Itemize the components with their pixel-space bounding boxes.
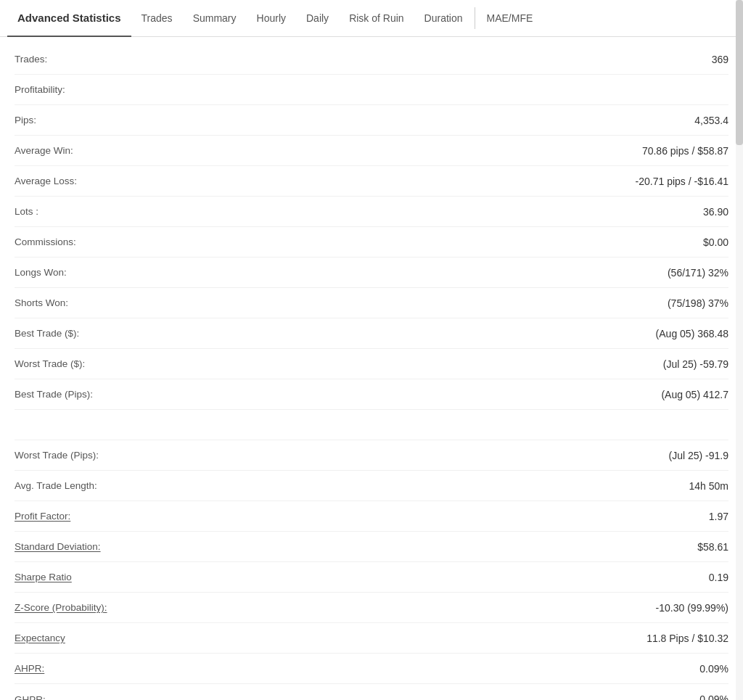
tab-duration[interactable]: Duration (414, 1, 473, 37)
stat-label-ghpr: GHPR: (15, 694, 46, 701)
stat-value-pips: 4,353.4 (694, 115, 728, 126)
stat-row-average-loss: Average Loss:-20.71 pips / -$16.41 (15, 166, 728, 197)
stat-label-z-score: Z-Score (Probability): (15, 602, 107, 613)
stat-label-best-trade-dollar: Best Trade ($): (15, 328, 79, 339)
stat-label-sharpe-ratio: Sharpe Ratio (15, 572, 72, 582)
stat-value-commissions: $0.00 (703, 236, 728, 248)
stat-value-standard-deviation: $58.61 (697, 541, 728, 553)
stat-label-pips: Pips: (15, 115, 36, 125)
stat-value-sharpe-ratio: 0.19 (709, 572, 728, 583)
stat-label-average-win: Average Win: (15, 145, 73, 156)
stat-row-worst-trade-dollar: Worst Trade ($):(Jul 25) -59.79 (15, 349, 728, 379)
tab-divider (475, 7, 475, 29)
stat-value-avg-trade-length: 14h 50m (689, 480, 728, 492)
stat-label-worst-trade-dollar: Worst Trade ($): (15, 358, 85, 369)
stat-row-ahpr: AHPR:0.09% (15, 654, 728, 684)
stat-label-profit-factor: Profit Factor: (15, 511, 70, 522)
tab-advanced-statistics[interactable]: Advanced Statistics (7, 0, 131, 37)
stat-label-average-loss: Average Loss: (15, 176, 77, 186)
stat-row-shorts-won: Shorts Won:(75/198) 37% (15, 288, 728, 318)
stat-row-standard-deviation: Standard Deviation:$58.61 (15, 532, 728, 562)
content-area: Trades:369Profitability:Pips:4,353.4Aver… (0, 37, 743, 700)
stat-label-lots: Lots : (15, 206, 38, 217)
stat-label-commissions: Commissions: (15, 236, 76, 247)
tab-hourly[interactable]: Hourly (247, 1, 296, 37)
stat-row-lots: Lots :36.90 (15, 197, 728, 227)
stat-row-longs-won: Longs Won:(56/171) 32% (15, 258, 728, 288)
stat-label-trades: Trades: (15, 54, 47, 65)
stat-row-trades: Trades:369 (15, 44, 728, 75)
stat-label-worst-trade-pips: Worst Trade (Pips): (15, 450, 99, 461)
stat-label-standard-deviation: Standard Deviation: (15, 541, 101, 552)
tab-trades[interactable]: Trades (131, 1, 183, 37)
stat-value-ghpr: 0.09% (699, 693, 728, 700)
stat-value-average-win: 70.86 pips / $58.87 (642, 145, 728, 157)
stat-value-longs-won: (56/171) 32% (668, 267, 728, 279)
tab-mae-mfe[interactable]: MAE/MFE (477, 1, 543, 37)
stat-value-best-trade-pips: (Aug 05) 412.7 (661, 389, 728, 400)
scrollbar-thumb[interactable] (736, 0, 743, 145)
stat-row-profitability: Profitability: (15, 75, 728, 105)
stat-row-profit-factor: Profit Factor:1.97 (15, 501, 728, 532)
tab-summary[interactable]: Summary (183, 1, 247, 37)
tab-daily[interactable]: Daily (296, 1, 339, 37)
stat-label-expectancy: Expectancy (15, 633, 65, 643)
stat-value-ahpr: 0.09% (699, 663, 728, 675)
stat-row-expectancy: Expectancy11.8 Pips / $10.32 (15, 623, 728, 654)
stat-row-best-trade-pips: Best Trade (Pips):(Aug 05) 412.7 (15, 379, 728, 410)
stat-row-avg-trade-length: Avg. Trade Length:14h 50m (15, 471, 728, 501)
stat-row-ghpr: GHPR:0.09% (15, 684, 728, 700)
stat-row-worst-trade-pips: Worst Trade (Pips):(Jul 25) -91.9 (15, 440, 728, 471)
stat-label-profitability: Profitability: (15, 84, 65, 95)
stat-label-best-trade-pips: Best Trade (Pips): (15, 389, 93, 400)
stat-label-shorts-won: Shorts Won: (15, 297, 68, 308)
stat-value-expectancy: 11.8 Pips / $10.32 (646, 633, 728, 644)
stat-row-pips: Pips:4,353.4 (15, 105, 728, 136)
stat-label-longs-won: Longs Won: (15, 267, 67, 278)
stat-value-worst-trade-pips: (Jul 25) -91.9 (669, 450, 728, 461)
stat-value-z-score: -10.30 (99.99%) (656, 602, 728, 614)
tab-risk-of-ruin[interactable]: Risk of Ruin (339, 1, 414, 37)
stat-row-average-win: Average Win:70.86 pips / $58.87 (15, 136, 728, 166)
stat-value-shorts-won: (75/198) 37% (668, 297, 728, 309)
scrollbar[interactable] (736, 0, 743, 700)
stat-value-worst-trade-dollar: (Jul 25) -59.79 (663, 358, 728, 370)
stat-row-sharpe-ratio: Sharpe Ratio0.19 (15, 562, 728, 593)
stat-value-trades: 369 (712, 54, 728, 65)
nav-tabs: Advanced StatisticsTradesSummaryHourlyDa… (0, 0, 743, 37)
stat-row-spacer (15, 410, 728, 440)
stat-value-lots: 36.90 (703, 206, 728, 218)
stat-label-ahpr: AHPR: (15, 663, 44, 674)
stat-row-best-trade-dollar: Best Trade ($):(Aug 05) 368.48 (15, 318, 728, 349)
stat-value-profit-factor: 1.97 (709, 511, 728, 522)
stat-label-avg-trade-length: Avg. Trade Length: (15, 480, 97, 491)
stat-row-commissions: Commissions:$0.00 (15, 227, 728, 258)
stat-row-z-score: Z-Score (Probability):-10.30 (99.99%) (15, 593, 728, 623)
stat-value-best-trade-dollar: (Aug 05) 368.48 (656, 328, 728, 339)
stat-value-average-loss: -20.71 pips / -$16.41 (636, 176, 728, 187)
